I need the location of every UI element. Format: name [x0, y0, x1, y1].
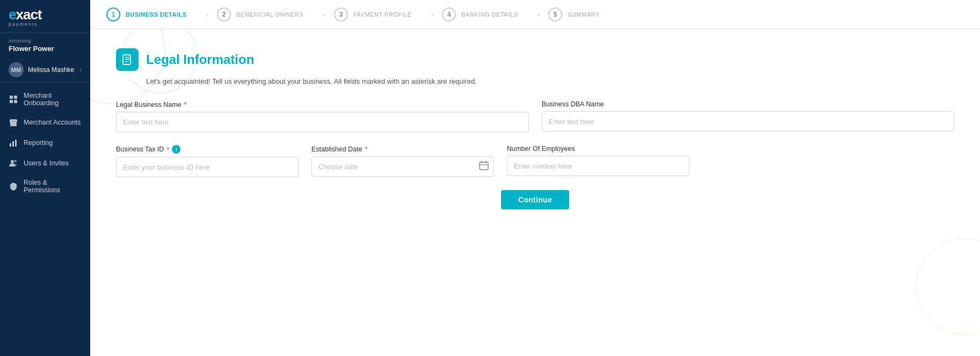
step-1[interactable]: 1 BUSINESS DETAILS [106, 8, 198, 21]
step-4-number: 4 [442, 8, 456, 21]
sidebar-item-users-invites[interactable]: Users & Invites [0, 153, 90, 173]
step-5-number: 5 [548, 8, 562, 21]
sidebar-item-label: Roles & Permissions [24, 179, 82, 194]
form-content: Legal Information Let's get acquainted! … [90, 29, 980, 356]
accessing-name: Flower Power [0, 43, 90, 58]
business-dba-name-label: Business DBA Name [542, 100, 955, 108]
section-description: Let's get acquainted! Tell us everything… [116, 77, 954, 85]
legal-business-name-group: Legal Business Name * [116, 100, 529, 132]
continue-button[interactable]: Continue [501, 190, 569, 209]
sidebar-item-label: Merchant Accounts [24, 119, 81, 126]
step-4-label: BANKING DETAILS [461, 11, 518, 18]
required-star-date: * [365, 145, 368, 153]
sidebar-nav: Merchant Onboarding Merchant Accounts Re… [0, 84, 90, 356]
svg-rect-1 [14, 96, 17, 99]
svg-rect-6 [15, 140, 17, 147]
svg-rect-2 [10, 100, 13, 103]
chevron-right-icon: › [80, 67, 82, 73]
form-row-2: Business Tax ID * i Established Date * [116, 145, 954, 177]
shield-icon [9, 181, 18, 191]
step-3-label: PAYMENT PROFILE [353, 11, 412, 18]
step-arrow-1: › [206, 10, 209, 19]
svg-rect-4 [10, 143, 11, 147]
step-5-label: SUMMARY [568, 11, 600, 18]
step-2-label: BENEFICIAL OWNERS [236, 11, 303, 18]
business-tax-id-label: Business Tax ID * i [116, 145, 299, 154]
users-icon [9, 158, 18, 168]
form-row-1: Legal Business Name * Business DBA Name [116, 100, 954, 132]
svg-rect-0 [10, 96, 13, 99]
step-2-number: 2 [217, 8, 231, 21]
step-1-number: 1 [106, 8, 120, 21]
sidebar-item-label: Reporting [24, 139, 53, 147]
bg-decoration-3 [916, 238, 980, 335]
number-of-employees-label: Number Of Employees [507, 145, 689, 152]
svg-rect-3 [14, 100, 17, 103]
section-icon [116, 48, 139, 71]
step-arrow-3: › [431, 10, 434, 19]
user-section[interactable]: MM Melissa Mashke › [0, 58, 90, 82]
step-arrow-4: › [537, 10, 540, 19]
legal-business-name-input[interactable] [116, 112, 529, 132]
business-dba-name-group: Business DBA Name [542, 100, 955, 132]
store-icon [9, 118, 18, 127]
sidebar-item-reporting[interactable]: Reporting [0, 133, 90, 153]
step-4[interactable]: 4 BANKING DETAILS [442, 8, 528, 21]
sidebar-item-label: Users & Invites [24, 159, 69, 167]
step-3-number: 3 [334, 8, 348, 21]
chart-icon [9, 138, 18, 148]
required-star: * [184, 100, 187, 108]
required-star-tax: * [166, 146, 169, 154]
sidebar: exact payments Accessing: Flower Power M… [0, 0, 90, 356]
step-arrow-2: › [323, 10, 325, 19]
svg-point-7 [11, 160, 14, 163]
stepper: 1 BUSINESS DETAILS › 2 BENEFICIAL OWNERS… [90, 0, 980, 29]
sidebar-item-merchant-onboarding[interactable]: Merchant Onboarding [0, 86, 90, 112]
section-title: Legal Information [146, 52, 254, 67]
established-date-input[interactable] [311, 156, 494, 177]
number-of-employees-group: Number Of Employees [507, 145, 689, 177]
business-dba-name-input[interactable] [542, 111, 955, 132]
sidebar-item-label: Merchant Onboarding [24, 92, 82, 107]
exact-payments-logo: exact payments [9, 8, 42, 27]
business-tax-id-group: Business Tax ID * i [116, 145, 299, 177]
svg-rect-5 [12, 141, 14, 147]
avatar: MM [9, 62, 24, 77]
info-icon[interactable]: i [172, 145, 180, 154]
sidebar-logo: exact payments [0, 0, 90, 33]
continue-row: Continue [116, 190, 954, 209]
grid-icon [9, 95, 18, 104]
svg-point-8 [14, 160, 17, 162]
sidebar-item-merchant-accounts[interactable]: Merchant Accounts [0, 112, 90, 133]
established-date-group: Established Date * [311, 145, 494, 177]
accessing-label: Accessing: [0, 38, 90, 43]
business-tax-id-input[interactable] [116, 157, 299, 177]
main-content: 1 BUSINESS DETAILS › 2 BENEFICIAL OWNERS… [90, 0, 980, 356]
date-wrapper [311, 156, 494, 177]
user-name: Melissa Mashke [28, 66, 80, 74]
number-of-employees-input[interactable] [507, 156, 689, 176]
step-3[interactable]: 3 PAYMENT PROFILE [334, 8, 423, 21]
sidebar-item-roles-permissions[interactable]: Roles & Permissions [0, 173, 90, 199]
step-1-label: BUSINESS DETAILS [126, 11, 187, 18]
legal-business-name-label: Legal Business Name * [116, 100, 529, 108]
established-date-label: Established Date * [311, 145, 494, 153]
step-5[interactable]: 5 SUMMARY [548, 8, 611, 21]
section-header: Legal Information [116, 48, 954, 71]
step-2[interactable]: 2 BENEFICIAL OWNERS [217, 8, 314, 21]
